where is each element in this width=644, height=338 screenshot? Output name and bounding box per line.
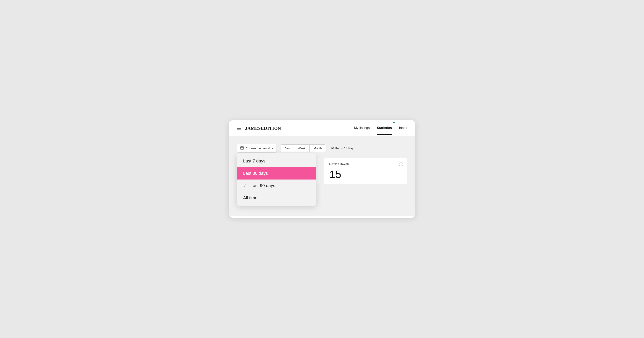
- dropdown-arrow-icon: ▾: [272, 147, 273, 150]
- header-left: JamesEdition: [237, 126, 281, 131]
- svg-rect-6: [242, 148, 243, 148]
- period-dropdown[interactable]: Choose the period ▾: [237, 144, 277, 153]
- info-icon-saves[interactable]: i: [399, 162, 403, 166]
- date-range: 01 Feb – 01 May: [331, 147, 354, 150]
- nav-inbox[interactable]: Inbox: [399, 126, 407, 131]
- stat-card-value-saves: 15: [330, 169, 402, 180]
- notification-dot: [393, 122, 395, 123]
- nav-my-listings[interactable]: My listings: [354, 126, 370, 131]
- day-button[interactable]: Day: [280, 145, 294, 152]
- period-dropdown-label: Choose the period: [246, 147, 270, 150]
- svg-rect-5: [242, 148, 242, 148]
- svg-rect-4: [241, 148, 242, 148]
- dropdown-item-alltime[interactable]: All time: [237, 192, 316, 204]
- week-button[interactable]: Week: [294, 145, 310, 152]
- dropdown-item-last7[interactable]: Last 7 days: [237, 155, 316, 167]
- stat-card-listing-saves: LISTING SAVES 15 i: [324, 158, 407, 184]
- controls-row: Choose the period ▾ Day Week Month 01 Fe…: [237, 144, 407, 153]
- main-content: Choose the period ▾ Day Week Month 01 Fe…: [229, 138, 415, 216]
- hamburger-menu-icon[interactable]: [237, 127, 241, 130]
- nav-statistics[interactable]: Statistics: [377, 126, 392, 131]
- stat-card-title-saves: LISTING SAVES: [330, 163, 402, 165]
- dropdown-item-last30[interactable]: Last 30 days: [237, 167, 316, 180]
- calendar-icon: [240, 146, 244, 150]
- app-window: JamesEdition My listings Statistics Inbo…: [229, 120, 415, 218]
- time-granularity-selector: Day Week Month: [280, 144, 326, 152]
- logo: JamesEdition: [245, 126, 281, 131]
- header: JamesEdition My listings Statistics Inbo…: [229, 120, 415, 136]
- month-button[interactable]: Month: [310, 145, 326, 152]
- dropdown-item-last90[interactable]: Last 90 days: [237, 180, 316, 192]
- period-dropdown-menu: Last 7 days Last 30 days Last 90 days Al…: [237, 153, 316, 206]
- sub-header-bar: [229, 136, 415, 138]
- header-nav: My listings Statistics Inbox: [354, 126, 407, 131]
